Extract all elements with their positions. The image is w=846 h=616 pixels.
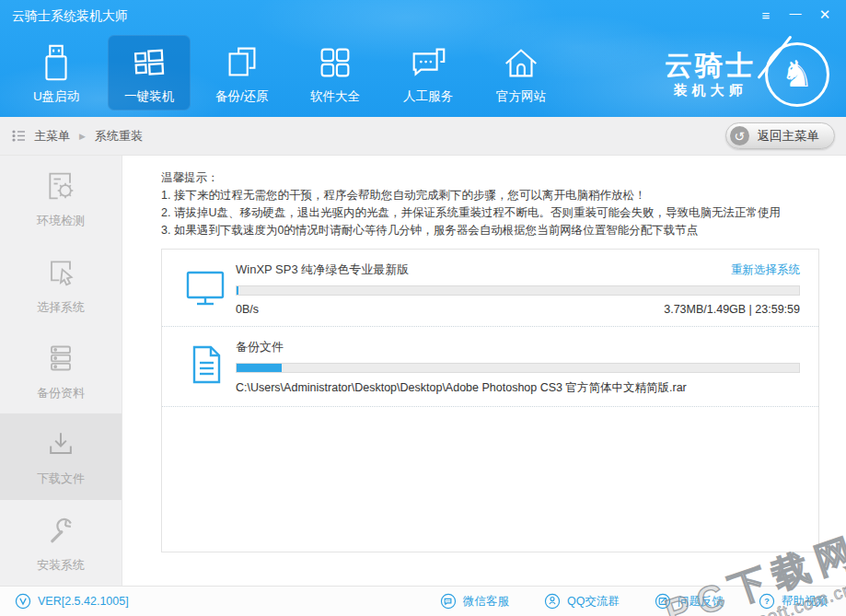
app-header: 云骑士系统装机大师 ≡ — ✕ U盘启动: [0, 0, 846, 117]
grid-icon: [314, 41, 356, 84]
footer-link-label: QQ交流群: [567, 594, 620, 610]
svg-text:?: ?: [764, 597, 770, 606]
system-progress-bar: [236, 285, 800, 296]
windows-icon: [128, 41, 170, 84]
copy-icon: [221, 41, 263, 84]
knight-glyph: ♞: [781, 55, 814, 92]
step-label: 环境检测: [37, 213, 85, 229]
system-name: WinXP SP3 纯净绿色专业最新版: [236, 262, 409, 278]
nav-item-backup-restore[interactable]: 备份/还原: [201, 35, 284, 110]
step-sidebar: 环境检测 选择系统 备份资料: [0, 156, 122, 586]
nav-label: 官方网站: [496, 88, 546, 105]
nav-item-software-center[interactable]: 软件大全: [294, 35, 377, 110]
backup-file-path: C:\Users\Administrator\Desktop\Desktop\A…: [236, 380, 800, 396]
nav-item-one-key-install[interactable]: 一键装机: [108, 35, 191, 110]
status-bar: VER[2.5.42.1005] 微信客服 QQ交流群: [0, 586, 846, 616]
titlebar: 云骑士系统装机大师 ≡ — ✕: [0, 0, 846, 31]
footer-link-label: 帮助视频: [782, 594, 828, 610]
list-icon: [11, 128, 27, 144]
wechat-icon: [440, 593, 457, 610]
brand-name: 云骑士: [665, 51, 756, 80]
step-select-system: 选择系统: [0, 241, 122, 327]
step-backup-data: 备份资料: [0, 328, 122, 413]
menu-icon[interactable]: ≡: [754, 4, 778, 26]
document-icon: [183, 343, 227, 387]
download-speed: 0B/s: [236, 303, 259, 316]
nav-item-official-site[interactable]: 官方网站: [480, 35, 562, 110]
app-window: 云骑士系统装机大师 ≡ — ✕ U盘启动: [0, 0, 846, 616]
chat-icon: [407, 41, 449, 84]
backup-progress-bar: [236, 363, 800, 373]
tips-title: 温馨提示：: [161, 169, 846, 187]
breadcrumb-root[interactable]: 主菜单: [34, 128, 70, 145]
version-label: VER[2.5.42.1005]: [38, 595, 129, 608]
system-progress-fill: [237, 286, 238, 295]
system-download-row: WinXP SP3 纯净绿色专业最新版 重新选择系统 0B/s 3.73MB/1…: [162, 250, 818, 327]
breadcrumb-separator-icon: ▶: [79, 132, 86, 141]
backup-file-row: 备份文件 C:\Users\Administrator\Desktop\Desk…: [162, 327, 818, 407]
nav-label: 备份/还原: [215, 88, 269, 105]
env-check-icon: [42, 168, 79, 204]
breadcrumb-bar: 主菜单 ▶ 系统重装 ↺ 返回主菜单: [0, 117, 846, 156]
download-size-time: 3.73MB/1.49GB | 23:59:59: [664, 303, 800, 316]
download-panel: WinXP SP3 纯净绿色专业最新版 重新选择系统 0B/s 3.73MB/1…: [161, 249, 819, 552]
download-file-icon: [42, 425, 79, 462]
footer-link-feedback[interactable]: 问题反馈: [655, 593, 724, 610]
close-icon[interactable]: ✕: [813, 4, 837, 26]
footer-links: 微信客服 QQ交流群 问题反馈: [440, 593, 831, 610]
footer-link-help[interactable]: ? 帮助视频: [759, 593, 828, 610]
step-download-files: 下载文件: [0, 413, 122, 499]
tips-block: 温馨提示： 1. 接下来的过程无需您的干预，程序会帮助您自动完成剩下的步骤，您可…: [161, 169, 846, 239]
step-env-check: 环境检测: [0, 156, 122, 241]
nav-item-usb-boot[interactable]: U盘启动: [15, 35, 98, 110]
step-label: 安装系统: [37, 557, 85, 574]
app-title: 云骑士系统装机大师: [12, 8, 128, 25]
step-install-system: 安装系统: [0, 500, 122, 586]
brand-logo-text: 云骑士 装机大师: [665, 51, 756, 99]
main-nav: U盘启动 一键装机 备份/还原: [15, 35, 573, 110]
step-label: 下载文件: [37, 471, 85, 487]
tips-line-1: 1. 接下来的过程无需您的干预，程序会帮助您自动完成剩下的步骤，您可以离开电脑稍…: [161, 187, 846, 204]
tips-line-3: 3. 如果遇到下载速度为0的情况时请耐心等待几分钟，服务器会自动根据您当前网络位…: [161, 222, 846, 239]
usb-icon: [35, 41, 77, 84]
knight-horse-logo: ♞: [765, 42, 829, 107]
footer-link-wechat[interactable]: 微信客服: [440, 593, 509, 610]
nav-label: U盘启动: [33, 88, 79, 105]
step-label: 备份资料: [37, 385, 85, 401]
home-icon: [500, 41, 542, 84]
tips-line-2: 2. 请拔掉U盘、移动硬盘，退出光驱内的光盘，并保证系统重装过程不断电。否则重装…: [161, 204, 846, 222]
backup-data-icon: [42, 340, 79, 377]
version-icon: [15, 593, 31, 610]
breadcrumb-current: 系统重装: [95, 128, 143, 145]
feedback-icon: [655, 593, 671, 610]
nav-label: 人工服务: [403, 88, 453, 105]
back-to-main-menu-button[interactable]: ↺ 返回主菜单: [725, 122, 836, 149]
help-icon: ?: [759, 593, 775, 610]
window-controls: ≡ — ✕: [754, 4, 837, 26]
nav-label: 软件大全: [310, 88, 360, 105]
backup-title: 备份文件: [236, 339, 284, 355]
footer-link-qq[interactable]: QQ交流群: [544, 593, 620, 610]
minimize-icon[interactable]: —: [783, 4, 807, 26]
version-info: VER[2.5.42.1005]: [15, 593, 129, 610]
backup-progress-fill: [237, 364, 282, 372]
install-system-icon: [42, 512, 79, 549]
footer-link-label: 微信客服: [463, 594, 509, 610]
footer-link-label: 问题反馈: [678, 594, 724, 610]
brand-logo: 云骑士 装机大师 ♞: [665, 42, 829, 107]
reselect-system-link[interactable]: 重新选择系统: [731, 262, 800, 278]
qq-icon: [544, 593, 561, 610]
back-button-label: 返回主菜单: [758, 128, 820, 145]
step-label: 选择系统: [37, 299, 85, 316]
brand-subtitle: 装机大师: [665, 82, 756, 99]
main-content: 温馨提示： 1. 接下来的过程无需您的干预，程序会帮助您自动完成剩下的步骤，您可…: [122, 156, 846, 586]
back-arrow-icon: ↺: [730, 126, 749, 145]
nav-item-customer-service[interactable]: 人工服务: [387, 35, 469, 110]
nav-label: 一键装机: [124, 88, 174, 105]
select-system-icon: [42, 254, 79, 291]
monitor-icon: [183, 265, 227, 309]
